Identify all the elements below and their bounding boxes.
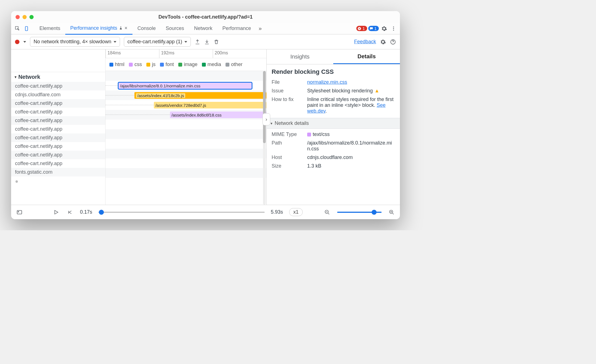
expand-sidebar-handle[interactable]: › xyxy=(262,113,270,125)
network-section-title[interactable]: Network xyxy=(11,72,105,82)
request-bar-index-js[interactable]: /assets/index.41f18c2b.js xyxy=(134,92,266,99)
request-bar-normalize-css[interactable]: /ajax/libs/normalize/8.0.1/normalize.min… xyxy=(118,82,252,89)
rewind-icon[interactable] xyxy=(66,208,74,216)
host-row[interactable]: coffee-cart.netlify.app xyxy=(11,151,105,159)
network-sidebar: Network coffee-cart.netlify.app cdnjs.cl… xyxy=(11,49,106,205)
file-label: File xyxy=(272,79,302,85)
fullscreen-icon[interactable] xyxy=(29,15,34,19)
fix-label: How to fix xyxy=(272,97,302,102)
host-list: coffee-cart.netlify.app cdnjs.cloudflare… xyxy=(11,82,105,176)
device-toggle-icon[interactable] xyxy=(23,24,31,33)
zoom-out-icon[interactable] xyxy=(323,208,331,216)
svg-point-2 xyxy=(393,26,394,27)
playback-toolbar: 0.17s 5.93s x1 xyxy=(11,205,400,219)
host-row[interactable]: coffee-cart.netlify.app xyxy=(11,82,105,90)
help-icon[interactable] xyxy=(390,39,396,45)
devtools-window: DevTools - coffee-cart.netlify.app/?ad=1… xyxy=(11,11,400,219)
legend-html[interactable]: html xyxy=(109,62,124,67)
network-details-header[interactable]: Network details xyxy=(267,118,400,129)
close-icon[interactable] xyxy=(16,15,20,19)
track-row: /ajax/libs/normalize/8.0.1/normalize.min… xyxy=(106,81,266,90)
legend-image[interactable]: image xyxy=(178,62,197,67)
legend-media[interactable]: media xyxy=(202,62,221,67)
record-menu-icon[interactable] xyxy=(23,41,26,43)
tab-sources[interactable]: Sources xyxy=(161,23,189,34)
target-dropdown[interactable]: coffee-cart.netlify.app (1) xyxy=(124,37,191,47)
main-content: Network coffee-cart.netlify.app cdnjs.cl… xyxy=(11,49,400,205)
close-tab-icon[interactable]: × xyxy=(124,25,127,31)
tab-details[interactable]: Details xyxy=(333,49,400,64)
svg-rect-0 xyxy=(25,26,27,31)
legend-css[interactable]: css xyxy=(129,62,142,67)
host-row[interactable]: coffee-cart.netlify.app xyxy=(11,116,105,125)
ruler-tick: 192ms xyxy=(159,49,213,58)
time-slider[interactable] xyxy=(98,212,265,213)
feedback-link[interactable]: Feedback xyxy=(354,39,376,45)
host-row[interactable]: cdnjs.cloudflare.com xyxy=(11,90,105,99)
messages-badge[interactable]: 1 xyxy=(368,26,379,31)
track-row xyxy=(106,149,266,158)
host-row[interactable]: coffee-cart.netlify.app xyxy=(11,125,105,133)
legend-font[interactable]: font xyxy=(160,62,174,67)
throttle-dropdown[interactable]: No network throttling, 4× slowdown xyxy=(30,37,120,47)
more-tabs-icon[interactable]: » xyxy=(256,24,264,33)
tab-console[interactable]: Console xyxy=(132,23,161,34)
panel-settings-icon[interactable] xyxy=(380,39,386,45)
host-row[interactable]: coffee-cart.netlify.app xyxy=(11,142,105,151)
time-ruler[interactable]: 184ms 192ms 200ms xyxy=(106,49,266,58)
request-bar-index-css[interactable]: /assets/index.8d6c6f18.css xyxy=(170,112,266,118)
tab-performance-insights[interactable]: Performance insights × xyxy=(65,22,132,35)
timeline-panel: 184ms 192ms 200ms html css js font image… xyxy=(106,49,267,205)
resource-legend: html css js font image media other xyxy=(106,58,266,71)
file-link[interactable]: normalize.min.css xyxy=(307,79,347,85)
toggle-drawer-icon[interactable] xyxy=(16,208,23,216)
record-button[interactable] xyxy=(15,40,19,44)
track-row xyxy=(106,158,266,168)
delete-icon[interactable] xyxy=(214,39,219,45)
minimize-icon[interactable] xyxy=(22,15,27,19)
more-indicator: ● xyxy=(11,176,105,186)
import-icon[interactable] xyxy=(204,39,210,45)
panel-tabs: Elements Performance insights × Console … xyxy=(34,22,264,35)
details-body: Render blocking CSS File normalize.min.c… xyxy=(267,64,400,205)
export-icon[interactable] xyxy=(195,39,200,45)
path-label: Path xyxy=(272,140,302,146)
play-icon[interactable] xyxy=(52,208,60,216)
host-row[interactable]: coffee-cart.netlify.app xyxy=(11,133,105,142)
time-start: 0.17s xyxy=(80,209,92,215)
tab-elements[interactable]: Elements xyxy=(34,23,65,34)
track-row: /assets/index.41f18c2b.js xyxy=(106,90,266,100)
kebab-menu-icon[interactable] xyxy=(389,24,398,33)
issue-label: Issue xyxy=(272,88,302,94)
devtools-tabstrip: Elements Performance insights × Console … xyxy=(11,23,400,34)
host-row[interactable]: coffee-cart.netlify.app xyxy=(11,159,105,168)
network-tracks[interactable]: /ajax/libs/normalize/8.0.1/normalize.min… xyxy=(106,71,266,205)
tab-network[interactable]: Network xyxy=(189,23,217,34)
playback-speed[interactable]: x1 xyxy=(289,208,303,216)
tab-insights[interactable]: Insights xyxy=(267,49,333,64)
legend-other[interactable]: other xyxy=(226,62,242,67)
details-tabs: Insights Details xyxy=(267,49,400,64)
time-end: 5.93s xyxy=(271,209,283,215)
host-row[interactable]: coffee-cart.netlify.app xyxy=(11,108,105,116)
zoom-slider[interactable] xyxy=(337,212,382,213)
errors-badge[interactable]: 1 xyxy=(356,26,367,31)
legend-js[interactable]: js xyxy=(146,62,156,67)
host-row[interactable]: coffee-cart.netlify.app xyxy=(11,99,105,108)
host-value: cdnjs.cloudflare.com xyxy=(307,155,395,160)
vertical-scrollbar[interactable] xyxy=(263,71,266,205)
size-label: Size xyxy=(272,163,302,169)
tab-performance[interactable]: Performance xyxy=(217,23,256,34)
zoom-in-icon[interactable] xyxy=(388,208,395,216)
request-bar-vendor-js[interactable]: /assets/vendor.728ed0d7.js xyxy=(154,102,266,108)
track-row: /assets/vendor.728ed0d7.js xyxy=(106,100,266,110)
host-row[interactable]: fonts.gstatic.com xyxy=(11,168,105,176)
inspect-icon[interactable] xyxy=(13,24,22,33)
track-row xyxy=(106,71,266,81)
svg-point-4 xyxy=(393,30,394,31)
mime-value: text/css xyxy=(313,132,330,137)
track-row xyxy=(106,120,266,129)
settings-icon[interactable] xyxy=(380,24,388,33)
flask-icon xyxy=(119,26,123,30)
track-row xyxy=(106,129,266,139)
